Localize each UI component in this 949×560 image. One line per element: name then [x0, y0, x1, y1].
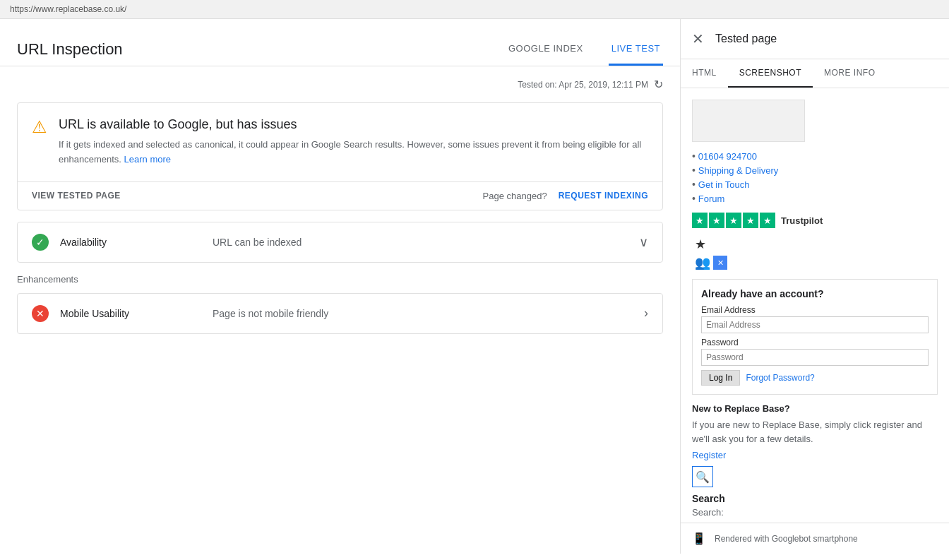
learn-more-link[interactable]: Learn more	[124, 154, 171, 165]
availability-label: Availability	[60, 237, 201, 248]
page-changed-section: Page changed? REQUEST INDEXING	[483, 191, 648, 201]
warning-content: URL is available to Google, but has issu…	[59, 117, 648, 167]
list-item: Get in Touch	[692, 179, 938, 190]
login-box: Already have an account? Email Address P…	[692, 279, 938, 395]
email-label: Email Address	[701, 305, 929, 315]
forgot-password-link[interactable]: Forgot Password?	[746, 373, 814, 383]
enhancements-label: Enhancements	[17, 274, 663, 285]
mobile-usability-status-icon: ✕	[32, 305, 49, 322]
star-1: ★	[692, 213, 708, 228]
warning-footer: VIEW TESTED PAGE Page changed? REQUEST I…	[18, 181, 662, 210]
rendered-with-text: Rendered with Googlebot smartphone	[715, 534, 858, 544]
register-link[interactable]: Register	[692, 450, 938, 460]
right-tabs: HTML SCREENSHOT MORE INFO	[681, 59, 949, 88]
page-changed-text: Page changed?	[483, 191, 547, 201]
star-5: ★	[760, 213, 775, 228]
email-input[interactable]	[701, 316, 929, 333]
content-area: Tested on: Apr 25, 2019, 12:11 PM ↻ ⚠ UR…	[0, 66, 680, 554]
star-2: ★	[709, 213, 724, 228]
browser-url-bar: https://www.replacebase.co.uk/	[0, 0, 949, 19]
header: URL Inspection GOOGLE INDEX LIVE TEST	[0, 19, 680, 66]
icon-bullets: ★ 👥 ✕	[692, 237, 938, 270]
availability-check-row: ✓ Availability URL can be indexed ∨	[17, 222, 663, 263]
close-button[interactable]: ✕	[692, 30, 704, 47]
new-to-description: If you are new to Replace Base, simply c…	[692, 418, 938, 446]
trustpilot-stars: ★ ★ ★ ★ ★	[692, 213, 775, 228]
warning-card: ⚠ URL is available to Google, but has is…	[17, 102, 663, 210]
password-input[interactable]	[701, 349, 929, 366]
mobile-usability-expand-icon[interactable]: ›	[644, 306, 648, 321]
login-button[interactable]: Log In	[701, 370, 740, 386]
shipping-link[interactable]: Shipping & Delivery	[698, 165, 778, 176]
right-content: 01604 924700 Shipping & Delivery Get in …	[681, 88, 949, 523]
availability-status-icon: ✓	[32, 234, 49, 251]
search-icon-box[interactable]: 🔍	[692, 466, 713, 487]
right-panel: ✕ Tested page HTML SCREENSHOT MORE INFO …	[681, 19, 949, 554]
trustpilot-label: Trustpilot	[781, 215, 823, 226]
warning-title: URL is available to Google, but has issu…	[59, 117, 648, 132]
url-text: https://www.replacebase.co.uk/	[10, 4, 126, 14]
new-to-section: New to Replace Base? If you are new to R…	[692, 403, 938, 460]
new-to-title: New to Replace Base?	[692, 403, 938, 414]
search-title: Search	[692, 493, 938, 504]
list-item: Shipping & Delivery	[692, 165, 938, 176]
left-panel: URL Inspection GOOGLE INDEX LIVE TEST Te…	[0, 19, 681, 554]
star-icon-bullet: ★	[695, 237, 938, 252]
search-area: 🔍 Search Search:	[692, 466, 938, 518]
smartphone-icon: 📱	[692, 532, 706, 545]
page-preview-thumbnail	[692, 100, 805, 142]
people-icon: 👥	[695, 255, 710, 270]
mobile-usability-check-row[interactable]: ✕ Mobile Usability Page is not mobile fr…	[17, 293, 663, 334]
tab-html[interactable]: HTML	[681, 59, 728, 88]
forum-link[interactable]: Forum	[698, 193, 725, 204]
login-actions: Log In Forgot Password?	[701, 370, 929, 386]
close-x-button[interactable]: ✕	[713, 256, 727, 270]
request-indexing-button[interactable]: REQUEST INDEXING	[559, 191, 648, 201]
star-4: ★	[743, 213, 758, 228]
page-title: URL Inspection	[17, 40, 506, 59]
warning-text: If it gets indexed and selected as canon…	[59, 138, 648, 167]
contact-link[interactable]: Get in Touch	[698, 179, 750, 190]
account-section-title: Already have an account?	[701, 288, 929, 299]
right-panel-title: Tested page	[715, 32, 777, 45]
star-icon: ★	[695, 237, 706, 252]
availability-expand-icon[interactable]: ∨	[639, 234, 648, 250]
tab-more-info[interactable]: MORE INFO	[813, 59, 887, 88]
header-tabs: GOOGLE INDEX LIVE TEST	[506, 33, 663, 66]
refresh-icon[interactable]: ↻	[654, 78, 663, 91]
right-footer: 📱 Rendered with Googlebot smartphone	[681, 523, 949, 554]
people-icon-bullet: 👥 ✕	[695, 255, 938, 270]
tab-google-index[interactable]: GOOGLE INDEX	[506, 33, 586, 66]
warning-body: ⚠ URL is available to Google, but has is…	[18, 103, 662, 181]
search-sub-label: Search:	[692, 507, 938, 518]
site-links-list: 01604 924700 Shipping & Delivery Get in …	[692, 150, 938, 204]
tested-on-bar: Tested on: Apr 25, 2019, 12:11 PM ↻	[17, 78, 663, 91]
tested-on-text: Tested on: Apr 25, 2019, 12:11 PM	[518, 80, 648, 90]
star-3: ★	[726, 213, 741, 228]
right-header: ✕ Tested page	[681, 19, 949, 59]
tab-screenshot[interactable]: SCREENSHOT	[728, 59, 813, 88]
tab-live-test[interactable]: LIVE TEST	[609, 33, 663, 66]
warning-icon: ⚠	[32, 117, 47, 137]
password-label: Password	[701, 338, 929, 347]
phone-link[interactable]: 01604 924700	[698, 151, 757, 162]
trustpilot-area: ★ ★ ★ ★ ★ Trustpilot	[692, 213, 938, 228]
list-item: 01604 924700	[692, 150, 938, 162]
availability-value: URL can be indexed	[213, 237, 628, 248]
mobile-usability-value: Page is not mobile friendly	[213, 308, 633, 319]
mobile-usability-label: Mobile Usability	[60, 308, 201, 319]
list-item: Forum	[692, 193, 938, 204]
view-tested-page-button[interactable]: VIEW TESTED PAGE	[32, 191, 121, 201]
